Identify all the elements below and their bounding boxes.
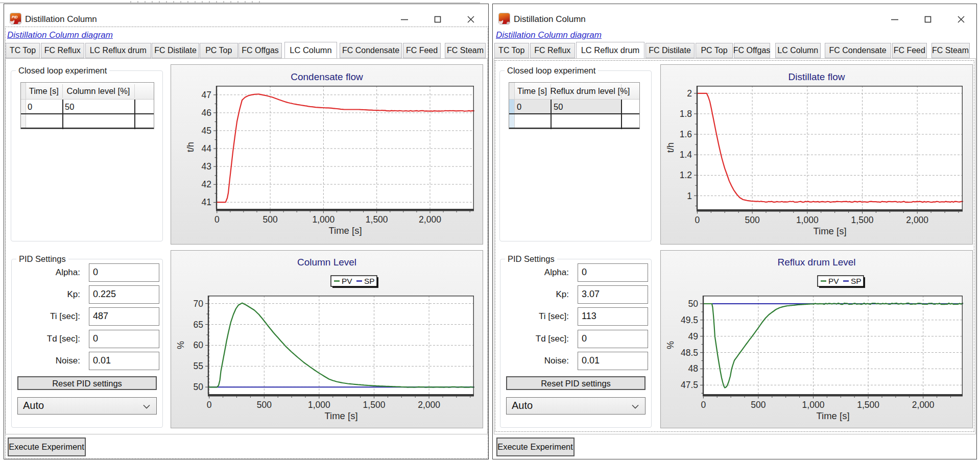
svg-text:PID: PID	[12, 15, 18, 19]
